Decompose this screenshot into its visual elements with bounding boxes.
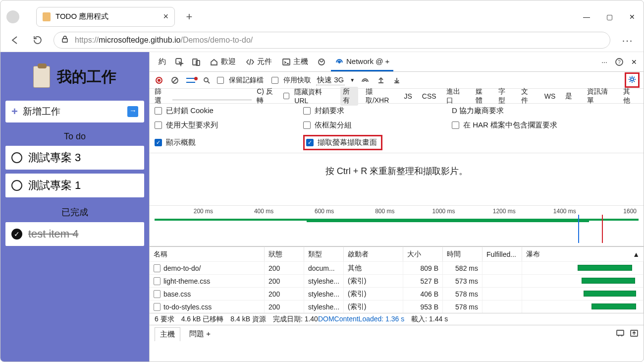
throttling-select[interactable]: 快速 3G — [316, 75, 345, 85]
tab-elements[interactable]: 元件 — [242, 52, 276, 71]
device-toggle-icon[interactable] — [189, 52, 204, 71]
type-js[interactable]: JS — [401, 92, 414, 101]
disable-cache-checkbox[interactable] — [271, 77, 278, 84]
filter-input[interactable] — [172, 92, 252, 100]
type-fetch[interactable]: 擷取/XHR — [363, 87, 397, 106]
type-wasm[interactable]: 是 — [563, 91, 575, 101]
search-icon[interactable] — [201, 75, 212, 86]
tab-title: TODO 應用程式 — [55, 12, 108, 21]
network-table: 名稱 狀態 類型 啟動者 大小 時間 Fulfilled... 瀑布▲ demo… — [150, 246, 644, 313]
filter-button[interactable] — [185, 75, 196, 86]
drawer-tab-issues[interactable]: 問題 + — [184, 327, 215, 341]
tab-network[interactable]: Network @ + — [331, 52, 393, 71]
drawer-issues-icon[interactable] — [616, 329, 625, 339]
close-tab-icon[interactable]: × — [163, 11, 168, 22]
new-tab-button[interactable]: + — [183, 10, 196, 23]
task-item-done[interactable]: test item 4 — [5, 222, 144, 246]
load-marker — [602, 215, 603, 243]
table-row[interactable]: to-do-styles.css200styleshe...(索引)953 B5… — [150, 300, 644, 313]
submit-icon[interactable] — [127, 106, 138, 117]
type-manifest[interactable]: 資訊清單 — [585, 87, 615, 106]
minimize-button[interactable]: — — [575, 5, 598, 28]
download-icon[interactable] — [391, 75, 402, 86]
type-doc[interactable]: 文件 — [519, 87, 537, 106]
show-overview-checkbox[interactable] — [155, 139, 162, 146]
record-button[interactable] — [154, 75, 164, 86]
tab-console[interactable]: 主機 — [278, 52, 312, 71]
clear-button[interactable] — [169, 75, 180, 86]
reload-hint: 按 Ctrl + R 來重新整理和擷取影片。 — [150, 153, 644, 206]
clipboard-icon — [33, 66, 50, 88]
task-item[interactable]: 測試專案 3 — [5, 146, 144, 170]
capture-screenshots-checkbox[interactable] — [306, 139, 314, 146]
upload-icon[interactable] — [376, 75, 386, 86]
app-header: 我的工作 — [5, 57, 144, 97]
network-status-bar: 6 要求 4.6 kB 已移轉 8.4 kB 資源 完成日期: 1.40DOMC… — [150, 313, 644, 325]
svg-point-6 — [339, 62, 340, 63]
disable-cache-label: 停用快取 — [283, 76, 311, 85]
url-path: /Demos/demo-to-do/ — [180, 36, 253, 44]
lock-icon — [61, 35, 69, 45]
filter-label: 篩選 — [155, 87, 167, 105]
hide-data-urls-checkbox[interactable] — [283, 93, 289, 99]
inspect-element-icon[interactable] — [172, 52, 187, 71]
group-by-frame-checkbox[interactable] — [303, 121, 311, 129]
sort-icon[interactable]: ▲ — [633, 250, 640, 258]
timeline-overview[interactable]: 200 ms 400 ms 600 ms 800 ms 1000 ms 1200… — [150, 206, 644, 246]
network-settings-button[interactable] — [625, 72, 640, 88]
browser-tab[interactable]: TODO 應用程式 × — [36, 7, 175, 27]
capture-screenshots-option[interactable]: 擷取螢幕擷取畫面 — [303, 135, 382, 150]
type-all[interactable]: 所有 — [340, 87, 358, 106]
tab-about[interactable]: 約 — [155, 52, 170, 71]
close-window-button[interactable]: ✕ — [621, 5, 644, 28]
blocked-cookies-checkbox[interactable] — [155, 107, 162, 115]
close-devtools-icon[interactable]: ✕ — [628, 56, 641, 68]
file-icon — [154, 290, 161, 298]
file-icon — [154, 303, 161, 311]
network-conditions-icon[interactable] — [360, 75, 371, 86]
table-row[interactable]: demo-to-do/200docum...其他809 B582 ms — [150, 261, 644, 274]
large-rows-checkbox[interactable] — [155, 121, 162, 129]
maximize-button[interactable]: ▢ — [598, 5, 621, 28]
network-filter-row: 篩選 C) 反轉 隱藏資料 URL 所有 擷取/XHR JS CSS 進出口 媒… — [150, 89, 644, 104]
browser-menu-button[interactable]: ··· — [619, 35, 636, 46]
har-pending-checkbox[interactable] — [452, 121, 459, 129]
file-icon — [154, 277, 161, 285]
invert-label[interactable]: C) 反轉 — [257, 87, 278, 105]
hide-data-urls-label: 隱藏資料 URL — [294, 88, 335, 105]
type-img[interactable]: 進出口 — [444, 87, 468, 106]
section-done-label: 已完成 — [5, 206, 144, 218]
type-media[interactable]: 媒體 — [473, 87, 491, 106]
checkbox-checked-icon[interactable] — [11, 229, 22, 240]
blocked-requests-checkbox[interactable] — [303, 107, 311, 115]
refresh-button[interactable] — [31, 33, 45, 47]
table-row[interactable]: light-theme.css200styleshe...(索引)527 B57… — [150, 274, 644, 287]
checkbox-icon[interactable] — [11, 180, 22, 191]
chevron-down-icon[interactable]: ▼ — [350, 77, 355, 83]
devtools-panel: 約 歡迎 元件 主機 Network @ + ··· ? ✕ 保留記錄檔 停用快… — [149, 52, 644, 362]
section-todo-label: To do — [5, 131, 144, 142]
checkbox-icon[interactable] — [11, 152, 22, 163]
preserve-log-checkbox[interactable] — [217, 77, 224, 84]
svg-rect-12 — [617, 330, 624, 335]
drawer-tab-console[interactable]: 主機 — [155, 327, 180, 341]
address-bar[interactable]: https://microsoftedge.github.io/Demos/de… — [54, 32, 610, 49]
type-css[interactable]: CSS — [420, 92, 439, 101]
task-item[interactable]: 測試專案 1 — [5, 174, 144, 197]
add-task-input[interactable]: + 新增工作 — [5, 101, 144, 122]
table-header[interactable]: 名稱 狀態 類型 啟動者 大小 時間 Fulfilled... 瀑布▲ — [150, 246, 644, 261]
browser-chrome: TODO 應用程式 × + — ▢ ✕ https://microsoftedg… — [0, 0, 644, 52]
network-toolbar: 保留記錄檔 停用快取 快速 3G ▼ — [150, 72, 644, 89]
help-icon[interactable]: ? — [613, 56, 626, 68]
app-title: 我的工作 — [57, 67, 116, 87]
tab-sources-icon[interactable] — [314, 52, 329, 71]
type-ws[interactable]: WS — [542, 92, 558, 101]
devtools-more-icon[interactable]: ··· — [598, 56, 611, 68]
type-font[interactable]: 字型 — [496, 87, 514, 106]
table-row[interactable]: base.css200styleshe...(索引)406 B578 ms — [150, 287, 644, 300]
back-button[interactable] — [8, 33, 22, 47]
tab-welcome[interactable]: 歡迎 — [206, 52, 240, 71]
type-other[interactable]: 其他 — [621, 87, 639, 106]
profile-avatar[interactable] — [6, 10, 19, 23]
drawer-expand-icon[interactable] — [630, 329, 639, 339]
